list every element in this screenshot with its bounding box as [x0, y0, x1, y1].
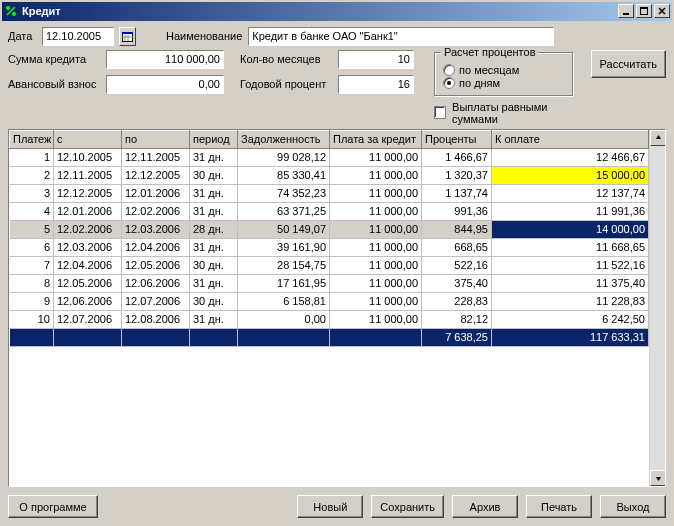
totals-row: 7 638,25117 633,31: [10, 328, 649, 346]
col-interest[interactable]: Проценты: [422, 130, 492, 148]
table-row[interactable]: 512.02.200612.03.200628 дн.50 149,0711 0…: [10, 220, 649, 238]
table-row[interactable]: 812.05.200612.06.200631 дн.17 161,9511 0…: [10, 274, 649, 292]
col-to[interactable]: по: [122, 130, 190, 148]
radio-by-days-label: по дням: [459, 77, 500, 89]
svg-rect-5: [640, 7, 648, 9]
advance-label: Авансовый взнос: [8, 78, 100, 90]
date-field[interactable]: [42, 27, 114, 46]
advance-field[interactable]: [106, 75, 224, 94]
sum-label: Сумма кредита: [8, 53, 100, 65]
save-button[interactable]: Сохранить: [371, 495, 444, 518]
radio-by-months-label: по месяцам: [459, 64, 519, 76]
col-debt[interactable]: Задолженность: [238, 130, 330, 148]
archive-button[interactable]: Архив: [452, 495, 518, 518]
sum-field[interactable]: [106, 50, 224, 69]
date-label: Дата: [8, 30, 36, 42]
grid-header-row: Платеж с по период Задолженность Плата з…: [10, 130, 649, 148]
new-button[interactable]: Новый: [297, 495, 363, 518]
col-to-pay[interactable]: К оплате: [492, 130, 649, 148]
payment-grid[interactable]: Платеж с по период Задолженность Плата з…: [8, 129, 666, 488]
titlebar: Кредит: [2, 2, 672, 21]
scroll-up-button[interactable]: [650, 130, 666, 146]
table-row[interactable]: 312.12.200512.01.200631 дн.74 352,2311 0…: [10, 184, 649, 202]
about-button[interactable]: О программе: [8, 495, 98, 518]
minimize-button[interactable]: [618, 4, 634, 18]
table-row[interactable]: 412.01.200612.02.200631 дн.63 371,2511 0…: [10, 202, 649, 220]
rate-field[interactable]: [338, 75, 414, 94]
exit-button[interactable]: Выход: [600, 495, 666, 518]
svg-rect-3: [623, 13, 629, 15]
table-row[interactable]: 712.04.200612.05.200630 дн.28 154,7511 0…: [10, 256, 649, 274]
maximize-button[interactable]: [636, 4, 652, 18]
svg-rect-7: [122, 32, 133, 34]
svg-point-0: [6, 6, 10, 10]
months-field[interactable]: [338, 50, 414, 69]
table-row[interactable]: 612.03.200612.04.200631 дн.39 161,9011 0…: [10, 238, 649, 256]
equal-payments-label: Выплаты равными суммами: [452, 101, 584, 125]
table-row[interactable]: 1012.07.200612.08.200631 дн.0,0011 000,0…: [10, 310, 649, 328]
col-period[interactable]: период: [190, 130, 238, 148]
months-label: Кол-во месяцев: [240, 53, 332, 65]
table-row[interactable]: 112.10.200512.11.200531 дн.99 028,1211 0…: [10, 148, 649, 166]
rate-label: Годовой процент: [240, 78, 332, 90]
calculate-button[interactable]: Рассчитать: [591, 50, 666, 78]
col-credit-pay[interactable]: Плата за кредит: [330, 130, 422, 148]
print-button[interactable]: Печать: [526, 495, 592, 518]
window-title: Кредит: [22, 5, 618, 17]
scroll-down-button[interactable]: [650, 470, 666, 486]
col-payment[interactable]: Платеж: [10, 130, 54, 148]
percent-icon: [4, 4, 18, 18]
close-button[interactable]: [654, 4, 670, 18]
name-field[interactable]: [248, 27, 554, 46]
table-row[interactable]: 212.11.200512.12.200530 дн.85 330,4111 0…: [10, 166, 649, 184]
radio-by-days[interactable]: по дням: [443, 77, 565, 89]
equal-payments-checkbox[interactable]: [434, 106, 446, 119]
name-label: Наименование: [166, 30, 242, 42]
table-row[interactable]: 912.06.200612.07.200630 дн.6 158,8111 00…: [10, 292, 649, 310]
vertical-scrollbar[interactable]: [649, 130, 665, 487]
interest-group-label: Расчет процентов: [441, 46, 538, 58]
col-from[interactable]: с: [54, 130, 122, 148]
svg-point-1: [12, 12, 16, 16]
radio-by-months[interactable]: по месяцам: [443, 64, 565, 76]
date-picker-button[interactable]: [119, 27, 136, 46]
